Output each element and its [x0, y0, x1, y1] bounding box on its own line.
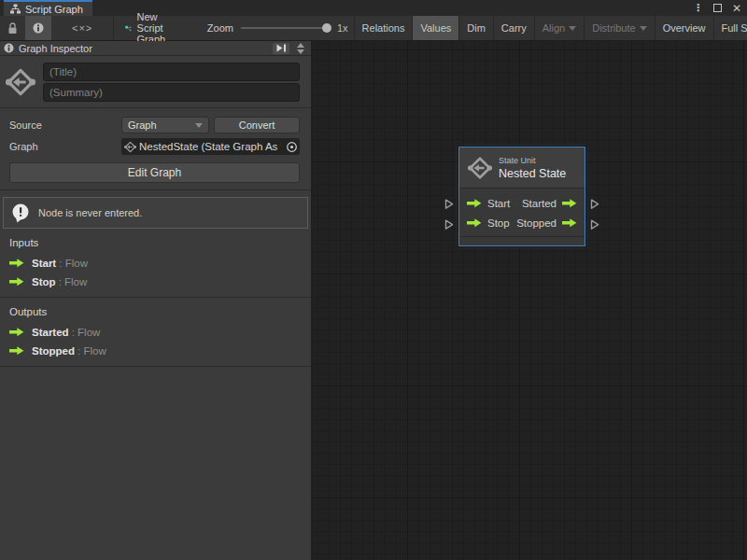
input-port-stop[interactable]: Stop [467, 217, 510, 229]
toolbar-button-distribute: Distribute [584, 16, 654, 40]
graph-title-block [0, 56, 311, 107]
output-port-stopped[interactable]: Stopped [516, 217, 577, 229]
convert-button[interactable]: Convert [214, 117, 300, 133]
inspector-toggle-button[interactable] [25, 16, 51, 40]
list-item: Stopped : Flow [0, 342, 311, 360]
toolbar-button-align: Align [534, 16, 584, 40]
port-triangle-icon[interactable] [590, 219, 599, 231]
port-triangle-icon[interactable] [444, 219, 454, 231]
chevron-down-icon [195, 123, 203, 128]
scroll-up-icon[interactable] [297, 43, 304, 48]
output-port-started[interactable]: Started [522, 198, 577, 209]
zoom-value: 1x [337, 22, 348, 34]
graph-summary-input[interactable] [43, 83, 300, 102]
zoom-slider[interactable] [241, 27, 330, 29]
warning-bubble-icon [11, 203, 31, 223]
input-connection-points [444, 147, 454, 246]
edit-graph-button[interactable]: Edit Graph [9, 162, 300, 183]
list-item: Started : Flow [0, 323, 311, 342]
node-title: Nested State [499, 167, 566, 180]
source-dropdown[interactable]: Graph [121, 117, 209, 133]
graph-object-field[interactable]: NestedState (State Graph As [121, 138, 300, 155]
list-item: Start : Flow [0, 254, 311, 273]
input-port-start[interactable]: Start [467, 198, 510, 209]
state-graph-icon [6, 67, 35, 97]
nested-state-node[interactable]: State Unit Nested State Start Started [458, 147, 585, 246]
chevron-down-icon [640, 26, 647, 31]
flow-arrow-icon [562, 199, 577, 208]
flow-arrow-icon [9, 259, 24, 268]
graph-label: Graph [9, 141, 121, 152]
toolbar-button-values[interactable]: Values [412, 16, 458, 40]
state-graph-asset-icon [124, 141, 136, 153]
output-connection-points [590, 147, 599, 246]
graph-hierarchy-icon [10, 4, 21, 14]
script-graph-icon [125, 22, 132, 35]
new-script-graph-button[interactable]: New Script Graph [114, 11, 185, 45]
toolbar-button-dim[interactable]: Dim [458, 16, 493, 40]
toolbar-button-overview[interactable]: Overview [655, 16, 713, 40]
divider [0, 189, 311, 190]
scroll-arrows[interactable] [294, 43, 307, 54]
port-triangle-icon[interactable] [444, 199, 454, 210]
code-view-button[interactable]: <×> [51, 16, 113, 40]
flow-arrow-icon [562, 218, 577, 228]
tab-title: Script Graph [25, 4, 83, 15]
port-row: Stop Stopped [459, 213, 585, 232]
node-header[interactable]: State Unit Nested State [459, 147, 585, 189]
graph-title-input[interactable] [43, 63, 300, 81]
window-title-bar: Script Graph ⋮ ✕ [0, 0, 747, 16]
node-ports: Start Started Stop Stopped [459, 189, 585, 236]
port-row: Start Started [459, 193, 585, 213]
source-label: Source [9, 119, 121, 131]
list-item: Stop : Flow [0, 273, 311, 291]
graph-inspector-panel: Graph Inspector Source Graph [0, 41, 312, 560]
dock-panel-button[interactable] [273, 43, 289, 54]
warning-box: Node is never entered. [3, 197, 308, 229]
toolbar-button-full-screen[interactable]: Full Scr [713, 16, 747, 40]
node-assembly: State Unit Nested State Start Started [444, 147, 599, 246]
info-icon [33, 22, 44, 34]
inspector-title: Graph Inspector [19, 43, 92, 54]
info-icon [4, 43, 14, 53]
toolbar-button-relations[interactable]: Relations [354, 16, 413, 40]
port-triangle-icon[interactable] [590, 199, 599, 210]
flow-arrow-icon [467, 199, 482, 208]
flow-arrow-icon [467, 218, 482, 228]
close-icon[interactable]: ✕ [732, 3, 741, 14]
inputs-title: Inputs [0, 237, 311, 254]
object-picker-icon[interactable] [286, 141, 298, 153]
dock-icon [276, 44, 287, 52]
flow-arrow-icon [9, 277, 24, 287]
inspector-empty-area [0, 367, 311, 560]
window-menu-icon[interactable]: ⋮ [693, 3, 703, 13]
warning-text: Node is never entered. [38, 207, 142, 218]
zoom-slider-handle[interactable] [322, 23, 331, 33]
toolbar-button-carry[interactable]: Carry [493, 16, 534, 40]
new-script-graph-label: New Script Graph [137, 11, 174, 45]
inspector-header: Graph Inspector [0, 41, 311, 56]
outputs-title: Outputs [0, 306, 311, 323]
node-kind-label: State Unit [499, 156, 566, 165]
flow-arrow-icon [9, 346, 24, 356]
inputs-section: Inputs Start : Flow Stop : Flow [0, 229, 311, 297]
tab-script-graph[interactable]: Script Graph [4, 0, 92, 16]
state-unit-icon [468, 156, 492, 180]
code-icon: <×> [59, 22, 106, 34]
zoom-label: Zoom [207, 22, 233, 34]
maximize-icon[interactable] [713, 4, 722, 12]
scroll-down-icon[interactable] [297, 49, 304, 54]
lock-button[interactable] [0, 16, 25, 40]
outputs-section: Outputs Started : Flow Stopped : Flow [0, 298, 311, 366]
flow-arrow-icon [9, 328, 24, 337]
graph-object-value: NestedState (State Graph As [139, 141, 283, 152]
node-footer [459, 236, 585, 245]
inspector-form: Source Graph Convert Graph NestedState (… [0, 108, 311, 159]
toolbar: <×> New Script Graph Zoom 1x Relations V… [0, 16, 747, 41]
chevron-down-icon [569, 26, 576, 31]
lock-icon [7, 22, 18, 35]
